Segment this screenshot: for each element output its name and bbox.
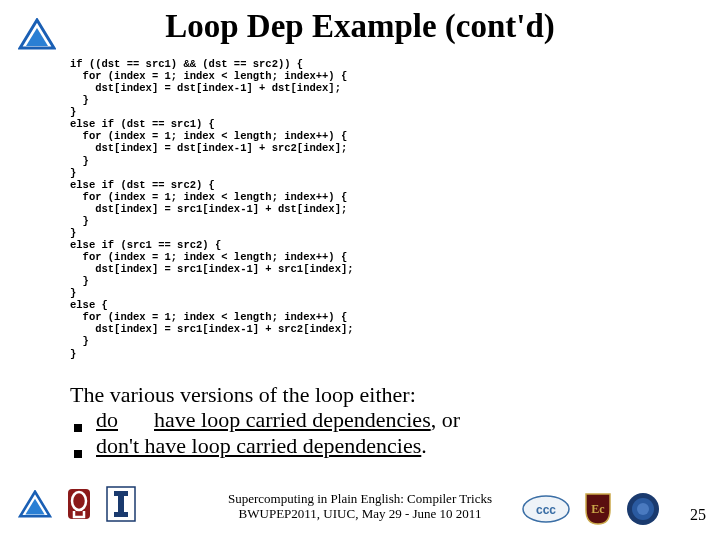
svg-text:ccc: ccc (536, 503, 556, 517)
svg-rect-9 (114, 512, 128, 517)
footer-logos-left (18, 486, 136, 522)
slide: Loop Dep Example (cont'd) if ((dst == sr… (0, 0, 720, 540)
code-block: if ((dst == src1) && (dst == src2)) { fo… (70, 58, 354, 360)
ccc-logo-icon: ccc (522, 495, 570, 523)
slide-title: Loop Dep Example (cont'd) (0, 8, 720, 45)
bullet-item-2: don't have loop carried dependencies. (74, 433, 670, 458)
footer-logos-right: ccc Ec (522, 492, 660, 526)
square-bullet-icon (74, 424, 82, 432)
blue-delta-logo-icon (18, 490, 52, 518)
square-bullet-icon (74, 450, 82, 458)
bullet-2-text: don't have loop carried dependencies. (96, 433, 427, 458)
bullet-1-text: dohave loop carried dependencies, or (96, 407, 460, 432)
svg-point-15 (637, 503, 649, 515)
seal-logo-icon (626, 492, 660, 526)
ou-logo-icon (66, 487, 92, 521)
illinois-logo-icon (106, 486, 136, 522)
body-text: The various versions of the loop either:… (70, 382, 670, 458)
ec-shield-logo-icon: Ec (584, 492, 612, 526)
svg-text:Ec: Ec (591, 502, 605, 516)
page-number: 25 (690, 506, 706, 524)
bullet-item-1: dohave loop carried dependencies, or (74, 407, 670, 432)
body-intro: The various versions of the loop either: (70, 382, 670, 407)
